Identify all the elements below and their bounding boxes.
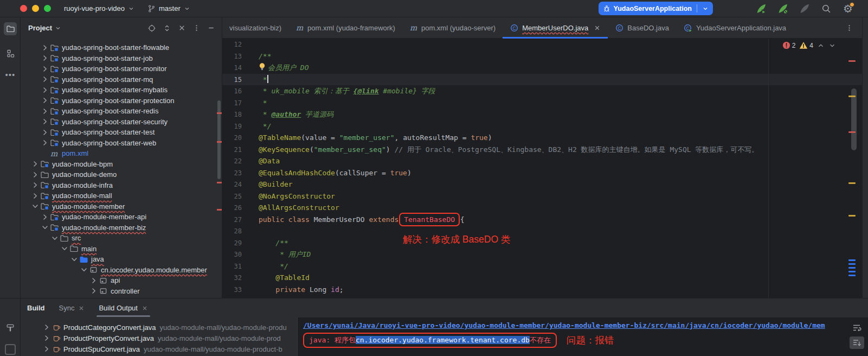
code-line-21[interactable]: 21@KeySequence("member_user_seq") // 用于 … [222, 144, 862, 156]
code-line-29[interactable]: 29 /** [222, 237, 862, 249]
tree-item-java[interactable]: java [21, 254, 222, 265]
intention-bulb-icon[interactable] [259, 62, 266, 71]
more-options-icon[interactable] [192, 24, 201, 32]
code-line-18[interactable]: 18 * @author 芋道源码 [222, 109, 862, 120]
warning-stripe-mark[interactable] [848, 182, 856, 184]
code-line-13[interactable]: 13/** [222, 50, 862, 62]
code-line-20[interactable]: 20@TableName(value = "member_user", auto… [222, 132, 862, 144]
code-line-12[interactable]: 12 [222, 39, 862, 50]
chevron-right-icon[interactable] [40, 128, 50, 137]
chevron-down-icon[interactable] [79, 265, 89, 274]
expand-collapse-icon[interactable] [163, 24, 171, 33]
tree-item-yudao-spring-boot-starter-web[interactable]: yudao-spring-boot-starter-web [21, 138, 222, 149]
chevron-down-icon[interactable] [40, 223, 50, 232]
more-tabs-icon[interactable] [845, 24, 862, 32]
profile-icon[interactable] [798, 2, 812, 16]
code-line-17[interactable]: 17 * [222, 97, 862, 109]
structure-tool-window-button[interactable] [4, 47, 17, 60]
chevron-right-icon[interactable] [40, 96, 50, 105]
code-line-33[interactable]: 33 private Long id; [222, 284, 862, 296]
tree-item-pom.xml[interactable]: mpom.xml [21, 148, 222, 159]
tree-item-controller[interactable]: controller [21, 286, 222, 297]
tab-BaseDO.java[interactable]: CBaseDO.java [608, 17, 676, 38]
close-icon[interactable] [78, 305, 85, 312]
code-line-23[interactable]: 23@EqualsAndHashCode(callSuper = true) [222, 167, 862, 179]
warning-stripe-mark[interactable] [848, 96, 856, 97]
tree-item-yudao-module-bpm[interactable]: yudao-module-bpm [21, 159, 222, 170]
zoom-window-button[interactable] [44, 5, 51, 12]
code-line-28[interactable]: 28 [222, 225, 862, 237]
code-line-31[interactable]: 31 */ [222, 260, 862, 272]
info-stripe-mark[interactable] [848, 271, 856, 272]
warning-stripe-mark[interactable] [848, 215, 856, 217]
file-path-link[interactable]: /Users/yunai/Java/ruoyi-vue-pro-video/yu… [303, 321, 842, 329]
tree-item-yudao-spring-boot-starter-flowable[interactable]: yudao-spring-boot-starter-flowable [21, 42, 222, 53]
code-line-14[interactable]: 14会员用户 DO [222, 62, 862, 74]
prev-problem-icon[interactable] [817, 42, 825, 49]
code-line-30[interactable]: 30 * 用户ID [222, 249, 862, 260]
chevron-right-icon[interactable] [40, 117, 50, 126]
chevron-right-icon[interactable] [30, 192, 40, 200]
code-line-27[interactable]: 27public class MemberUserDO extends Tena… [222, 214, 862, 226]
tree-item-yudao-module-demo[interactable]: yudao-module-demo [21, 169, 222, 180]
scroll-to-end-icon[interactable] [850, 336, 864, 349]
tree-item-api[interactable]: api [21, 275, 222, 286]
info-stripe-mark[interactable] [848, 259, 856, 261]
minimize-window-button[interactable] [32, 5, 39, 12]
build-row-ProductPropertyConvert.java[interactable]: ProductPropertyConvert.javayudao-module-… [21, 333, 297, 344]
chevron-down-icon[interactable] [69, 255, 79, 264]
inspections-widget[interactable]: 2 4 [782, 41, 836, 49]
project-tool-window-button[interactable] [4, 22, 17, 35]
code-line-24[interactable]: 24@Builder [222, 179, 862, 190]
build-row-ProductCategoryConvert.java[interactable]: ProductCategoryConvert.javayudao-module-… [21, 322, 297, 333]
chevron-right-icon[interactable] [42, 345, 51, 353]
code-line-16[interactable]: 16 * uk_mobile 索引：基于 {@link #mobile} 字段 [222, 85, 862, 97]
chevron-right-icon[interactable] [30, 160, 40, 168]
code-line-32[interactable]: 32 @TableId [222, 272, 862, 284]
code-line-25[interactable]: 25@NoArgsConstructor [222, 190, 862, 202]
info-stripe-mark[interactable] [848, 267, 856, 269]
tree-item-yudao-module-infra[interactable]: yudao-module-infra [21, 180, 222, 191]
chevron-down-icon[interactable] [60, 244, 69, 253]
tree-item-yudao-spring-boot-starter-mq[interactable]: yudao-spring-boot-starter-mq [21, 74, 222, 85]
tab-sync[interactable]: Sync [59, 298, 85, 317]
tree-item-yudao-module-member[interactable]: yudao-module-member [21, 201, 222, 212]
project-switcher[interactable]: ruoyi-vue-pro-video [64, 4, 134, 12]
search-icon[interactable] [819, 2, 833, 16]
info-stripe-mark[interactable] [848, 263, 856, 265]
project-panel-title[interactable]: Project [28, 24, 61, 32]
chevron-right-icon[interactable] [40, 75, 50, 84]
collapse-all-icon[interactable] [178, 24, 186, 32]
tree-item-src[interactable]: src [21, 233, 222, 244]
tab-build-output[interactable]: Build Output [99, 298, 148, 317]
chevron-down-icon[interactable] [30, 202, 40, 211]
tree-item-yudao-module-member-api[interactable]: yudao-module-member-api [21, 212, 222, 223]
chevron-right-icon[interactable] [40, 43, 50, 52]
tree-item-yudao-spring-boot-starter-redis[interactable]: yudao-spring-boot-starter-redis [21, 106, 222, 117]
build-tool-window-button[interactable] [4, 321, 17, 334]
build-row-ProductSpuConvert.java[interactable]: ProductSpuConvert.javayudao-module-mall/… [21, 344, 297, 354]
soft-wrap-icon[interactable] [850, 321, 864, 334]
locate-file-icon[interactable] [147, 24, 156, 33]
close-icon[interactable] [594, 24, 601, 31]
chevron-right-icon[interactable] [30, 170, 40, 179]
tab-YudaoServerApplication.java[interactable]: CYudaoServerApplication.java [676, 17, 793, 38]
chevron-right-icon[interactable] [40, 138, 50, 147]
code-editor[interactable]: 1213/**14会员用户 DO15 *16 * uk_mobile 索引：基于… [222, 39, 862, 298]
error-stripe-mark[interactable] [848, 131, 856, 133]
code-line-22[interactable]: 22@Data [222, 155, 862, 167]
tree-item-yudao-module-mall[interactable]: yudao-module-mall [21, 190, 222, 201]
next-problem-icon[interactable] [828, 42, 836, 49]
close-icon[interactable] [142, 305, 148, 312]
tree-item-main[interactable]: main [21, 244, 222, 255]
code-line-26[interactable]: 26@AllArgsConstructor [222, 202, 862, 214]
info-stripe-mark[interactable] [848, 275, 856, 276]
debug-icon[interactable] [776, 2, 790, 16]
tree-item-yudao-spring-boot-starter-mybatis[interactable]: yudao-spring-boot-starter-mybatis [21, 85, 222, 96]
chevron-down-icon[interactable] [702, 5, 709, 12]
chevron-right-icon[interactable] [89, 287, 99, 295]
chevron-right-icon[interactable] [40, 54, 50, 62]
chevron-right-icon[interactable] [42, 323, 51, 332]
tab-pom.xml (yudao-server)[interactable]: mpom.xml (yudao-server) [402, 17, 503, 38]
tree-item-yudao-spring-boot-starter-security[interactable]: yudao-spring-boot-starter-security [21, 117, 222, 128]
